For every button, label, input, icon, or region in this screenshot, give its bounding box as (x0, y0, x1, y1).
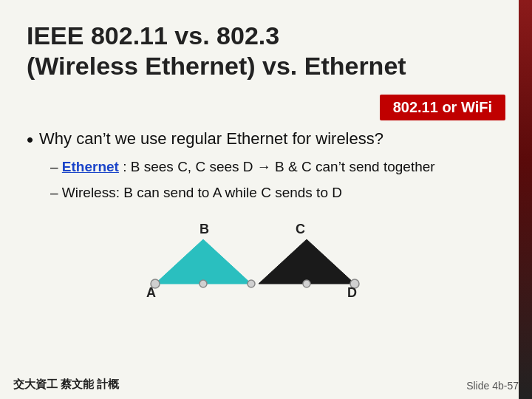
bullet-dot: • (27, 129, 33, 151)
sub-bullet-1: – Ethernet : B sees C, C sees D → B & C … (50, 157, 505, 177)
bullet-text: Why can’t we use regular Ethernet for wi… (39, 129, 383, 149)
side-decoration (519, 0, 532, 399)
slide-title: IEEE 802.11 vs. 802.3 (Wireless Ethernet… (27, 21, 505, 81)
slide: IEEE 802.11 vs. 802.3 (Wireless Ethernet… (0, 0, 532, 399)
wifi-badge: 802.11 or WiFi (380, 95, 505, 120)
svg-marker-0 (155, 239, 251, 284)
diagram-svg: A B C D (126, 217, 406, 299)
svg-text:D: D (347, 285, 357, 299)
svg-point-4 (248, 280, 255, 287)
sub-bullet-2: – Wireless: B can send to A while C send… (50, 183, 505, 203)
svg-point-5 (303, 280, 310, 287)
sub-bullet-1-prefix: – (50, 159, 62, 174)
svg-marker-1 (259, 239, 355, 284)
footer-right: Slide 4b-57 (466, 380, 519, 392)
footer: 交大資工 蔡文能 計概 Slide 4b-57 (0, 378, 532, 392)
ethernet-highlight: Ethernet (62, 159, 119, 174)
svg-point-3 (200, 280, 207, 287)
svg-text:B: B (200, 222, 209, 236)
sub-bullet-1-rest: : B sees C, C sees D → B & C can’t send … (123, 159, 434, 174)
footer-left: 交大資工 蔡文能 計概 (13, 378, 119, 392)
title-line2: (Wireless Ethernet) vs. Ethernet (27, 51, 505, 81)
main-bullet: • Why can’t we use regular Ethernet for … (27, 129, 505, 151)
svg-text:C: C (296, 222, 305, 236)
title-line1: IEEE 802.11 vs. 802.3 (27, 21, 505, 51)
diagram-area: A B C D (27, 217, 505, 299)
sub-bullets: – Ethernet : B sees C, C sees D → B & C … (50, 157, 505, 202)
badge-row: 802.11 or WiFi (27, 95, 505, 120)
svg-text:A: A (146, 285, 156, 299)
